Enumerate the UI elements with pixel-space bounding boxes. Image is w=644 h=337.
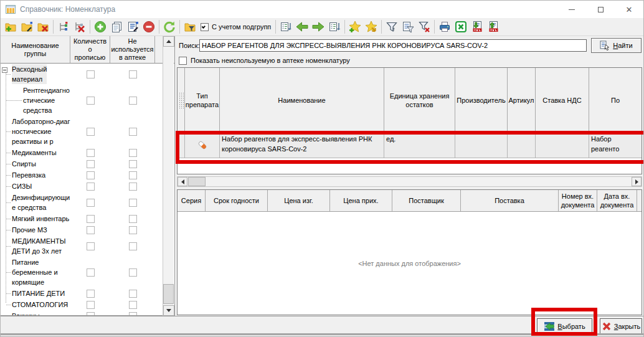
group-filter-button[interactable]	[182, 19, 198, 35]
qty-checkbox[interactable]	[87, 199, 95, 207]
maximize-button[interactable]	[586, 1, 615, 18]
qty-checkbox[interactable]	[87, 160, 95, 168]
unused-checkbox[interactable]	[129, 160, 137, 168]
column-header-manufacturer[interactable]: Производитель	[455, 68, 508, 132]
tree-row-med-deti[interactable]: МЕДИКАМЕНТЫ ДЕТИ до 3х лет	[1, 235, 163, 257]
subgroup-checkbox[interactable]	[201, 23, 209, 31]
storage-unit-cell[interactable]: ед.	[384, 133, 455, 158]
tree-row-lab[interactable]: Лабораторно-диаг ностические реактивы и …	[1, 116, 163, 147]
vat-rate-cell[interactable]	[536, 133, 589, 158]
tree-row-pitanie-deti[interactable]: ПИТАНИЕ ДЕТИ	[1, 288, 163, 299]
group-label[interactable]: ПИТАНИЕ ДЕТИ	[12, 288, 65, 298]
qty-checkbox[interactable]	[87, 128, 95, 136]
tree-row-raskhodny[interactable]: Расходный материал	[1, 64, 163, 85]
favorite-add-button[interactable]	[347, 19, 363, 35]
group-label[interactable]: Рентгендиагно стические средства	[23, 85, 70, 115]
unused-checkbox[interactable]	[129, 301, 137, 309]
qty-checkbox[interactable]	[87, 268, 95, 277]
qty-checkbox[interactable]	[87, 301, 95, 309]
group-label[interactable]: Медикаменты	[12, 148, 57, 158]
column-header-vat-rate[interactable]: Ставка НДС	[536, 68, 589, 132]
qty-checkbox[interactable]	[87, 183, 95, 191]
add-item-button[interactable]	[92, 19, 108, 35]
unused-checkbox[interactable]	[129, 242, 137, 250]
drug-type-cell[interactable]	[185, 133, 220, 158]
tree-scrollbar[interactable]	[163, 36, 174, 316]
column-header-supply[interactable]: Поставка	[461, 190, 559, 211]
filter-button[interactable]	[384, 19, 400, 35]
tree-row-pitanie-berem[interactable]: Питание беременные и кормящие	[1, 257, 163, 288]
edit-item-button[interactable]	[125, 19, 141, 35]
qty-checkbox[interactable]	[87, 215, 95, 223]
hscroll-thumb[interactable]	[188, 177, 206, 186]
item-name-cell[interactable]: Набор реагентов для экспресс-выявления Р…	[220, 133, 384, 158]
group-label[interactable]: Лабораторно-диаг ностические реактивы и …	[12, 116, 70, 146]
qty-checkbox[interactable]	[87, 226, 95, 234]
next-list-button[interactable]	[326, 19, 343, 35]
delete-group-button[interactable]	[35, 19, 51, 35]
scroll-down-button[interactable]	[163, 305, 174, 316]
group-label[interactable]: СТОМАТОЛОГИЯ	[12, 300, 68, 310]
tree-row-perevyazka[interactable]: Перевязка	[1, 169, 163, 181]
prev-list-button[interactable]	[278, 19, 294, 35]
show-unused-row[interactable]: Показать неиспользуемую в аптеке номенкл…	[176, 55, 350, 65]
refresh-button[interactable]	[161, 19, 178, 35]
collapse-toggle-icon[interactable]	[2, 67, 7, 73]
unused-checkbox[interactable]	[129, 226, 137, 234]
move-group-button[interactable]	[55, 19, 72, 35]
add-group-button[interactable]	[2, 19, 19, 35]
search-input[interactable]	[199, 39, 587, 52]
back-arrow-button[interactable]	[294, 19, 310, 35]
unused-checkbox[interactable]	[129, 312, 137, 316]
group-label[interactable]: Дезинфицирующи е средства	[12, 192, 70, 212]
unused-checkbox[interactable]	[129, 183, 137, 191]
unused-checkbox[interactable]	[129, 128, 137, 136]
unused-checkbox[interactable]	[129, 215, 137, 223]
subgroup-checkbox-group[interactable]: С учетом подгрупп	[201, 23, 271, 31]
tree-row-rentgen[interactable]: Рентгендиагно стические средства	[1, 85, 163, 116]
group-label[interactable]: Расходный материал	[12, 64, 47, 84]
unused-checkbox[interactable]	[129, 268, 137, 277]
tree-row-medikamenty[interactable]: Медикаменты	[1, 147, 163, 158]
tree-row-dezinfits[interactable]: Дезинфицирующи е средства	[1, 192, 163, 213]
filter-edit-button[interactable]	[400, 19, 416, 35]
article-cell[interactable]	[508, 133, 536, 158]
group-label[interactable]: Перевязка	[12, 170, 45, 180]
column-header-group-name[interactable]: Наименование группы	[1, 36, 70, 63]
full-name-cell[interactable]: Набор реагенто короновируса S	[589, 133, 642, 158]
unused-checkbox[interactable]	[129, 70, 137, 78]
group-label[interactable]: Прочие МЗ	[12, 225, 47, 235]
forward-arrow-button[interactable]	[310, 19, 326, 35]
minimize-button[interactable]	[557, 1, 586, 18]
column-header-expiry[interactable]: Срок годности	[206, 190, 268, 211]
qty-checkbox[interactable]	[87, 242, 95, 250]
scroll-right-button[interactable]	[632, 177, 642, 186]
unused-checkbox[interactable]	[129, 97, 137, 105]
edit-group-button[interactable]	[19, 19, 35, 35]
scroll-left-button[interactable]	[178, 177, 187, 186]
column-header-qty-words[interactable]: Количеств о прописью	[70, 36, 110, 63]
tree-row-prochie[interactable]: Прочие МЗ	[1, 224, 163, 235]
column-header-supplier[interactable]: Поставщик	[392, 190, 461, 211]
tree-row-stomatologia[interactable]: СТОМАТОЛОГИЯ	[1, 299, 163, 310]
copy-item-button[interactable]	[108, 19, 125, 35]
group-label[interactable]: Питание беременные и кормящие	[12, 257, 58, 287]
export-xml-button[interactable]	[485, 19, 501, 35]
group-label[interactable]: Спирты	[12, 159, 36, 169]
column-header-doc-date[interactable]: Дата вх. документа	[597, 190, 637, 211]
column-header-storage-unit[interactable]: Единица хранения остатков	[384, 68, 455, 132]
group-label[interactable]: Вакцины	[12, 311, 40, 315]
qty-checkbox[interactable]	[87, 149, 95, 157]
import-xml-button[interactable]	[469, 19, 485, 35]
column-header-doc-number[interactable]: Номер вх. документа	[559, 190, 597, 211]
column-header-name[interactable]: Наименование	[220, 68, 384, 132]
favorite-go-button[interactable]	[363, 19, 379, 35]
column-header-full-name[interactable]: По	[589, 68, 642, 132]
filter-clear-button[interactable]	[416, 19, 432, 35]
unused-checkbox[interactable]	[129, 171, 137, 179]
print-button[interactable]	[437, 19, 453, 35]
scroll-thumb[interactable]	[163, 284, 174, 304]
group-label[interactable]: МЕДИКАМЕНТЫ ДЕТИ до 3х лет	[12, 236, 66, 256]
column-header-not-used[interactable]: Не используется в аптеке	[110, 36, 155, 63]
scroll-up-button[interactable]	[163, 36, 174, 47]
